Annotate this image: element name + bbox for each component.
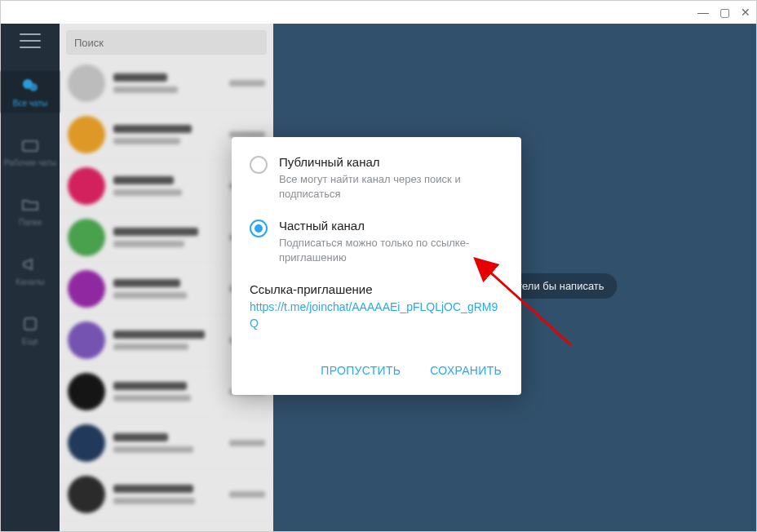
search-field[interactable] xyxy=(66,30,267,55)
maximize-button[interactable]: ▢ xyxy=(719,7,730,18)
minimize-button[interactable]: — xyxy=(697,7,709,18)
skip-button[interactable]: ПРОПУСТИТЬ xyxy=(317,357,404,383)
avatar xyxy=(68,321,105,359)
chat-row[interactable] xyxy=(60,418,273,469)
nav-label: Каналы xyxy=(15,277,45,286)
nav-channels[interactable]: Каналы xyxy=(1,250,60,291)
chat-text xyxy=(113,382,221,401)
invite-link[interactable]: https://t.me/joinchat/AAAAAEi_pFLQLjOC_g… xyxy=(250,299,505,331)
nav-label: Все чаты xyxy=(13,99,47,108)
chat-meta xyxy=(229,80,265,86)
option-public-channel[interactable]: Публичный канал Все могут найти канал че… xyxy=(250,155,505,201)
search-input[interactable] xyxy=(74,37,259,49)
chat-text xyxy=(113,330,221,350)
chat-text xyxy=(113,228,221,247)
nav-more[interactable]: Еще xyxy=(1,309,60,351)
avatar xyxy=(68,476,105,513)
chat-text xyxy=(113,279,221,299)
avatar xyxy=(68,424,105,462)
titlebar: — ▢ ✕ xyxy=(1,1,756,24)
svg-rect-2 xyxy=(23,141,38,151)
nav-label: Папки xyxy=(19,218,42,227)
avatar xyxy=(68,219,105,256)
avatar xyxy=(68,270,105,308)
chat-text xyxy=(113,485,221,504)
svg-point-1 xyxy=(29,83,38,91)
chat-text xyxy=(113,433,221,453)
radio-private[interactable] xyxy=(250,219,268,237)
invite-link-label: Ссылка-приглашение xyxy=(250,282,505,296)
chat-text xyxy=(113,73,221,93)
chat-row[interactable] xyxy=(60,58,273,109)
option-title: Частный канал xyxy=(279,219,505,233)
chat-row[interactable] xyxy=(60,469,273,521)
option-desc: Подписаться можно только по ссылке-пригл… xyxy=(279,236,505,264)
nav-folders[interactable]: Папки xyxy=(1,190,60,232)
option-desc: Все могут найти канал через поиск и подп… xyxy=(279,172,505,201)
vertical-nav: Все чаты Рабочие чаты Папки Каналы Еще xyxy=(1,24,60,531)
avatar xyxy=(68,373,105,410)
nav-work-chats[interactable]: Рабочие чаты xyxy=(1,131,60,172)
avatar xyxy=(68,116,105,153)
nav-label: Еще xyxy=(22,337,38,346)
channel-type-dialog: Публичный канал Все могут найти канал че… xyxy=(232,137,521,395)
chat-meta xyxy=(229,491,265,498)
chat-text xyxy=(113,176,221,196)
nav-all-chats[interactable]: Все чаты xyxy=(1,71,60,113)
chat-meta xyxy=(229,440,265,446)
folder-icon xyxy=(20,195,40,215)
radio-public[interactable] xyxy=(250,156,268,174)
more-icon xyxy=(20,314,40,334)
avatar xyxy=(68,64,105,102)
dialog-actions: ПРОПУСТИТЬ СОХРАНИТЬ xyxy=(250,357,505,383)
save-button[interactable]: СОХРАНИТЬ xyxy=(427,357,505,383)
folder-icon xyxy=(20,135,40,155)
option-title: Публичный канал xyxy=(279,155,505,169)
chat-text xyxy=(113,125,221,144)
avatar xyxy=(68,167,105,205)
app-window: — ▢ ✕ Все чаты Рабочие чаты Папки Каналы xyxy=(0,0,757,532)
megaphone-icon xyxy=(20,255,40,274)
option-private-channel[interactable]: Частный канал Подписаться можно только п… xyxy=(250,219,505,264)
menu-icon[interactable] xyxy=(20,33,41,48)
svg-rect-3 xyxy=(24,318,36,330)
close-button[interactable]: ✕ xyxy=(740,7,751,18)
nav-label: Рабочие чаты xyxy=(4,158,56,167)
chats-icon xyxy=(20,76,40,95)
